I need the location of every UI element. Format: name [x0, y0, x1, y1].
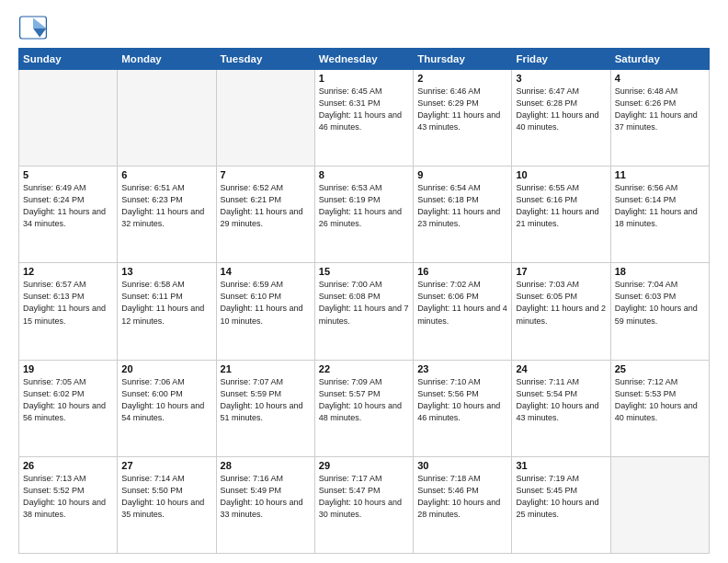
calendar-cell: 11Sunrise: 6:56 AM Sunset: 6:14 PM Dayli… — [610, 167, 709, 263]
day-info: Sunrise: 7:10 AM Sunset: 5:56 PM Dayligh… — [417, 376, 507, 424]
day-number: 12 — [23, 266, 113, 277]
calendar-cell: 30Sunrise: 7:18 AM Sunset: 5:46 PM Dayli… — [414, 456, 512, 553]
calendar-cell: 18Sunrise: 7:04 AM Sunset: 6:03 PM Dayli… — [610, 263, 709, 360]
day-number: 30 — [417, 460, 507, 471]
calendar-cell — [19, 70, 118, 167]
calendar-cell: 29Sunrise: 7:17 AM Sunset: 5:47 PM Dayli… — [314, 456, 413, 553]
day-info: Sunrise: 6:53 AM Sunset: 6:19 PM Dayligh… — [319, 182, 409, 230]
calendar-week-row: 19Sunrise: 7:05 AM Sunset: 6:02 PM Dayli… — [19, 360, 710, 456]
day-number: 21 — [221, 363, 311, 374]
calendar-week-row: 26Sunrise: 7:13 AM Sunset: 5:52 PM Dayli… — [19, 456, 710, 553]
logo — [18, 15, 51, 40]
day-header-tuesday: Tuesday — [216, 49, 314, 70]
calendar-cell: 19Sunrise: 7:05 AM Sunset: 6:02 PM Dayli… — [19, 360, 118, 456]
day-info: Sunrise: 7:18 AM Sunset: 5:46 PM Dayligh… — [417, 473, 507, 521]
day-info: Sunrise: 7:09 AM Sunset: 5:57 PM Dayligh… — [319, 376, 409, 424]
day-number: 2 — [417, 73, 507, 84]
calendar-week-row: 1Sunrise: 6:45 AM Sunset: 6:31 PM Daylig… — [19, 70, 710, 167]
calendar-cell — [118, 70, 216, 167]
day-number: 17 — [516, 266, 606, 277]
day-number: 28 — [221, 460, 311, 471]
calendar-cell: 1Sunrise: 6:45 AM Sunset: 6:31 PM Daylig… — [314, 70, 413, 167]
logo-icon — [18, 15, 48, 40]
day-info: Sunrise: 6:51 AM Sunset: 6:23 PM Dayligh… — [121, 182, 211, 230]
day-number: 3 — [516, 73, 606, 84]
day-info: Sunrise: 7:13 AM Sunset: 5:52 PM Dayligh… — [23, 473, 113, 521]
calendar-cell — [216, 70, 314, 167]
calendar-cell: 6Sunrise: 6:51 AM Sunset: 6:23 PM Daylig… — [118, 167, 216, 263]
day-number: 16 — [417, 266, 507, 277]
calendar-cell — [610, 456, 709, 553]
day-info: Sunrise: 6:58 AM Sunset: 6:11 PM Dayligh… — [121, 279, 211, 327]
calendar-cell: 23Sunrise: 7:10 AM Sunset: 5:56 PM Dayli… — [414, 360, 512, 456]
day-info: Sunrise: 6:48 AM Sunset: 6:26 PM Dayligh… — [615, 86, 705, 133]
day-info: Sunrise: 7:04 AM Sunset: 6:03 PM Dayligh… — [615, 279, 705, 327]
day-number: 13 — [121, 266, 211, 277]
day-number: 31 — [516, 460, 606, 471]
calendar-cell: 20Sunrise: 7:06 AM Sunset: 6:00 PM Dayli… — [118, 360, 216, 456]
calendar-cell: 5Sunrise: 6:49 AM Sunset: 6:24 PM Daylig… — [19, 167, 118, 263]
header — [18, 15, 710, 40]
calendar-cell: 27Sunrise: 7:14 AM Sunset: 5:50 PM Dayli… — [118, 456, 216, 553]
day-number: 20 — [121, 363, 211, 374]
day-info: Sunrise: 6:49 AM Sunset: 6:24 PM Dayligh… — [23, 182, 113, 230]
day-header-sunday: Sunday — [19, 49, 118, 70]
calendar-cell: 2Sunrise: 6:46 AM Sunset: 6:29 PM Daylig… — [414, 70, 512, 167]
day-number: 1 — [319, 73, 409, 84]
day-info: Sunrise: 6:56 AM Sunset: 6:14 PM Dayligh… — [615, 182, 705, 230]
day-number: 8 — [319, 169, 409, 180]
day-info: Sunrise: 7:00 AM Sunset: 6:08 PM Dayligh… — [319, 279, 409, 327]
day-number: 4 — [615, 73, 705, 84]
calendar-week-row: 5Sunrise: 6:49 AM Sunset: 6:24 PM Daylig… — [19, 167, 710, 263]
day-info: Sunrise: 7:06 AM Sunset: 6:00 PM Dayligh… — [121, 376, 211, 424]
day-number: 22 — [319, 363, 409, 374]
calendar-cell: 22Sunrise: 7:09 AM Sunset: 5:57 PM Dayli… — [314, 360, 413, 456]
day-number: 9 — [417, 169, 507, 180]
day-number: 18 — [615, 266, 705, 277]
calendar-cell: 15Sunrise: 7:00 AM Sunset: 6:08 PM Dayli… — [314, 263, 413, 360]
calendar-cell: 17Sunrise: 7:03 AM Sunset: 6:05 PM Dayli… — [512, 263, 610, 360]
day-number: 24 — [516, 363, 606, 374]
day-info: Sunrise: 7:05 AM Sunset: 6:02 PM Dayligh… — [23, 376, 113, 424]
calendar-cell: 14Sunrise: 6:59 AM Sunset: 6:10 PM Dayli… — [216, 263, 314, 360]
day-header-friday: Friday — [512, 49, 610, 70]
day-header-monday: Monday — [118, 49, 216, 70]
day-info: Sunrise: 7:07 AM Sunset: 5:59 PM Dayligh… — [221, 376, 311, 424]
day-info: Sunrise: 6:45 AM Sunset: 6:31 PM Dayligh… — [319, 86, 409, 133]
calendar-cell: 24Sunrise: 7:11 AM Sunset: 5:54 PM Dayli… — [512, 360, 610, 456]
calendar-cell: 21Sunrise: 7:07 AM Sunset: 5:59 PM Dayli… — [216, 360, 314, 456]
calendar-cell: 16Sunrise: 7:02 AM Sunset: 6:06 PM Dayli… — [414, 263, 512, 360]
day-info: Sunrise: 6:59 AM Sunset: 6:10 PM Dayligh… — [221, 279, 311, 327]
calendar-cell: 25Sunrise: 7:12 AM Sunset: 5:53 PM Dayli… — [610, 360, 709, 456]
day-number: 6 — [121, 169, 211, 180]
day-info: Sunrise: 7:14 AM Sunset: 5:50 PM Dayligh… — [121, 473, 211, 521]
day-number: 15 — [319, 266, 409, 277]
day-number: 7 — [221, 169, 311, 180]
day-number: 25 — [615, 363, 705, 374]
day-info: Sunrise: 6:52 AM Sunset: 6:21 PM Dayligh… — [221, 182, 311, 230]
calendar-cell: 31Sunrise: 7:19 AM Sunset: 5:45 PM Dayli… — [512, 456, 610, 553]
day-info: Sunrise: 7:12 AM Sunset: 5:53 PM Dayligh… — [615, 376, 705, 424]
calendar-week-row: 12Sunrise: 6:57 AM Sunset: 6:13 PM Dayli… — [19, 263, 710, 360]
day-header-wednesday: Wednesday — [314, 49, 413, 70]
day-info: Sunrise: 6:47 AM Sunset: 6:28 PM Dayligh… — [516, 86, 606, 133]
day-header-thursday: Thursday — [414, 49, 512, 70]
day-info: Sunrise: 7:03 AM Sunset: 6:05 PM Dayligh… — [516, 279, 606, 327]
day-number: 10 — [516, 169, 606, 180]
day-number: 29 — [319, 460, 409, 471]
day-number: 27 — [121, 460, 211, 471]
day-info: Sunrise: 7:16 AM Sunset: 5:49 PM Dayligh… — [221, 473, 311, 521]
day-number: 11 — [615, 169, 705, 180]
day-number: 23 — [417, 363, 507, 374]
calendar-header-row: SundayMondayTuesdayWednesdayThursdayFrid… — [19, 49, 710, 70]
day-number: 19 — [23, 363, 113, 374]
day-number: 5 — [23, 169, 113, 180]
day-info: Sunrise: 6:57 AM Sunset: 6:13 PM Dayligh… — [23, 279, 113, 327]
calendar-cell: 7Sunrise: 6:52 AM Sunset: 6:21 PM Daylig… — [216, 167, 314, 263]
calendar-cell: 26Sunrise: 7:13 AM Sunset: 5:52 PM Dayli… — [19, 456, 118, 553]
calendar-table: SundayMondayTuesdayWednesdayThursdayFrid… — [18, 48, 710, 554]
calendar-cell: 10Sunrise: 6:55 AM Sunset: 6:16 PM Dayli… — [512, 167, 610, 263]
day-info: Sunrise: 7:19 AM Sunset: 5:45 PM Dayligh… — [516, 473, 606, 521]
day-header-saturday: Saturday — [610, 49, 709, 70]
calendar-cell: 8Sunrise: 6:53 AM Sunset: 6:19 PM Daylig… — [314, 167, 413, 263]
